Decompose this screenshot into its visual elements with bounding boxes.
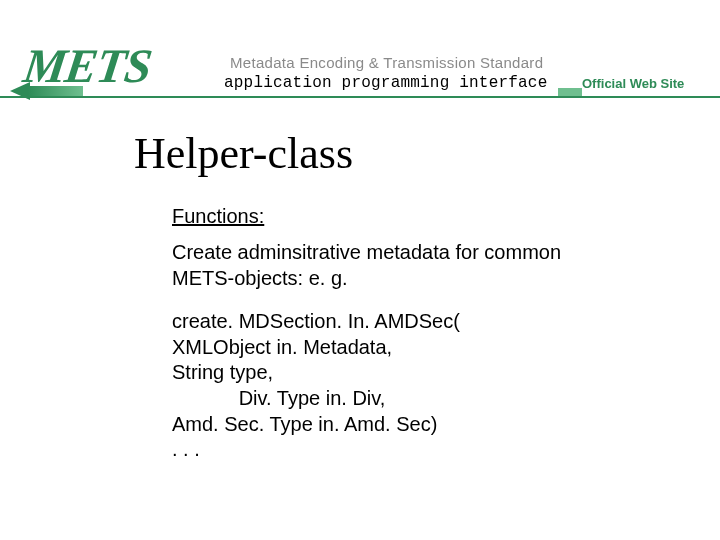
header: METS Metadata Encoding & Transmission St… (0, 0, 720, 98)
mets-logo: METS (20, 38, 154, 93)
header-api-text: application programming interface (222, 74, 549, 92)
main-content: Helper-class Functions: Create adminsitr… (0, 98, 720, 463)
header-divider (0, 96, 720, 98)
code-block: create. MDSection. In. AMDSec( XMLObject… (172, 309, 660, 463)
section-label: Functions: (172, 205, 660, 228)
header-subtitle: Metadata Encoding & Transmission Standar… (230, 54, 543, 71)
page-title: Helper-class (134, 128, 660, 179)
official-web-site-label: Official Web Site (582, 76, 684, 91)
description-text: Create adminsitrative metadata for commo… (172, 240, 602, 291)
